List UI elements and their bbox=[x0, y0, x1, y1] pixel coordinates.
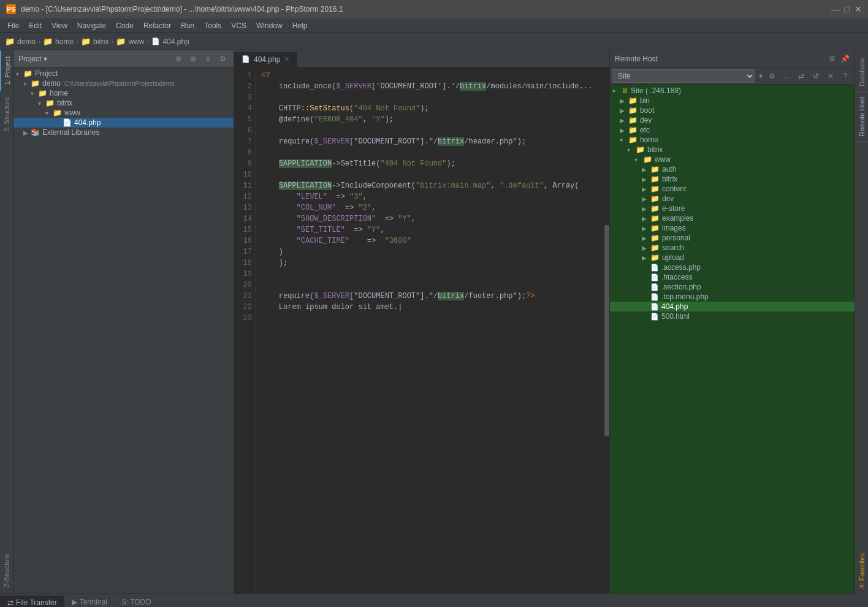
tree-item-label: home bbox=[50, 89, 68, 97]
folder-icon: 📁 bbox=[628, 136, 638, 144]
project-action-add[interactable]: ⊕ bbox=[187, 53, 199, 65]
remote-item-home-bitrix[interactable]: ▾ 📁 bitrix bbox=[610, 145, 855, 155]
remote-item-personal[interactable]: ▶ 📁 personal bbox=[610, 233, 855, 243]
expand-icon: ▶ bbox=[642, 176, 650, 183]
menu-file[interactable]: File bbox=[2, 20, 24, 31]
remote-item-site[interactable]: ▾ 🖥 Site ( .246.188) bbox=[610, 86, 855, 96]
left-tab-zstructure[interactable]: Z-Structure bbox=[1, 548, 13, 594]
remote-item-etc[interactable]: ▶ 📁 etc bbox=[610, 125, 855, 135]
bottom-tab-file-transfer[interactable]: ⇄ File Transfer bbox=[0, 595, 64, 607]
remote-item-section-php[interactable]: 📄 .section.php bbox=[610, 282, 855, 292]
remote-more-btn[interactable]: … bbox=[780, 69, 793, 83]
remote-item-label: bin bbox=[640, 96, 650, 105]
folder-icon: 📁 bbox=[650, 234, 660, 242]
left-tab-structure[interactable]: 2: Structure bbox=[1, 91, 13, 138]
editor-area: 📄 404.php ✕ 12345 678910 1112131415 1617… bbox=[234, 50, 609, 594]
breadcrumb-home[interactable]: 📁 home bbox=[43, 37, 74, 46]
right-tab-favorites[interactable]: 4: Favorites bbox=[856, 548, 868, 594]
window-controls[interactable]: — □ ✕ bbox=[831, 4, 862, 14]
code-content[interactable]: <? include_once($_SERVER['DOCUMENT_ROOT'… bbox=[256, 67, 604, 594]
remote-item-bin[interactable]: ▶ 📁 bin bbox=[610, 96, 855, 105]
remote-item-estore[interactable]: ▶ 📁 e-store bbox=[610, 204, 855, 213]
breadcrumb-sep3: › bbox=[111, 37, 113, 46]
breadcrumb-bitrix[interactable]: 📁 bitrix bbox=[81, 37, 108, 46]
tree-item-home[interactable]: ▾ 📁 home bbox=[13, 88, 234, 98]
project-action-settings[interactable]: ⚙ bbox=[216, 53, 229, 65]
remote-sync-btn[interactable]: ⇄ bbox=[794, 69, 808, 83]
remote-item-home[interactable]: ▾ 📁 home bbox=[610, 135, 855, 145]
remote-item-404php[interactable]: 📄 404.php bbox=[610, 302, 855, 311]
menu-vcs[interactable]: VCS bbox=[226, 20, 251, 31]
project-action-new[interactable]: ⊕ bbox=[172, 53, 185, 65]
right-tab-database[interactable]: Database bbox=[856, 53, 868, 92]
terminal-icon: ▶ bbox=[72, 598, 77, 606]
project-action-collapse[interactable]: ≡ bbox=[202, 53, 214, 65]
maximize-button[interactable]: □ bbox=[845, 4, 850, 14]
menu-edit[interactable]: Edit bbox=[24, 20, 47, 31]
close-button[interactable]: ✕ bbox=[855, 4, 862, 14]
remote-item-search[interactable]: ▶ 📁 search bbox=[610, 243, 855, 253]
remote-item-label: personal bbox=[662, 234, 690, 242]
remote-item-auth[interactable]: ▶ 📁 auth bbox=[610, 164, 855, 174]
remote-item-content[interactable]: ▶ 📁 content bbox=[610, 184, 855, 194]
remote-item-bitrix-sub[interactable]: ▶ 📁 bitrix bbox=[610, 174, 855, 184]
menu-navigate[interactable]: Navigate bbox=[72, 20, 111, 31]
remote-pin-btn[interactable]: 📌 bbox=[840, 55, 850, 63]
remote-item-dev-sub[interactable]: ▶ 📁 dev bbox=[610, 194, 855, 204]
remote-item-label: boot bbox=[640, 106, 654, 115]
html-file-icon: 📄 bbox=[650, 313, 659, 321]
remote-item-images[interactable]: ▶ 📁 images bbox=[610, 223, 855, 233]
menu-tools[interactable]: Tools bbox=[199, 20, 226, 31]
tree-item-external-libs[interactable]: ▶ 📚 External Libraries bbox=[13, 128, 234, 137]
breadcrumb-file[interactable]: 📄 404.php bbox=[151, 37, 189, 46]
remote-item-500html[interactable]: 📄 500.html bbox=[610, 311, 855, 321]
left-tab-project[interactable]: 1: Project bbox=[0, 50, 13, 91]
remote-item-access-php[interactable]: 📄 .access.php bbox=[610, 262, 855, 272]
remote-item-home-bitrix-www[interactable]: ▾ 📁 www bbox=[610, 155, 855, 164]
expand-icon: ▾ bbox=[45, 110, 53, 116]
menu-window[interactable]: Window bbox=[251, 20, 287, 31]
remote-settings-btn[interactable]: ⚙ bbox=[829, 55, 836, 63]
remote-dropdown-arrow[interactable]: ▾ bbox=[759, 72, 763, 80]
remote-settings-btn2[interactable]: ⚙ bbox=[765, 69, 779, 83]
tab-404php[interactable]: 📄 404.php ✕ bbox=[234, 51, 297, 67]
file-icon: 📄 bbox=[650, 273, 659, 281]
right-tab-remote-host[interactable]: Remote Host bbox=[856, 92, 868, 142]
menu-refactor[interactable]: Refactor bbox=[139, 20, 176, 31]
tree-item-bitrix[interactable]: ▾ 📁 bitrix bbox=[13, 98, 234, 108]
tab-label: File Transfer bbox=[16, 598, 57, 607]
remote-refresh-btn[interactable]: ↺ bbox=[809, 69, 823, 83]
remote-close-btn[interactable]: ✕ bbox=[824, 69, 837, 83]
minimize-button[interactable]: — bbox=[831, 4, 840, 14]
breadcrumb-www[interactable]: 📁 www bbox=[116, 37, 144, 46]
tree-item-www[interactable]: ▾ 📁 www bbox=[13, 108, 234, 118]
tree-item-404php[interactable]: 📄 404.php bbox=[13, 118, 234, 128]
php-file-icon: 📄 bbox=[650, 303, 659, 311]
tree-item-label: demo bbox=[42, 79, 61, 88]
code-editor[interactable]: 12345 678910 1112131415 1617181920 21222… bbox=[234, 67, 609, 594]
menu-view[interactable]: View bbox=[47, 20, 72, 31]
folder-icon: 📁 bbox=[650, 243, 660, 252]
remote-item-examples[interactable]: ▶ 📁 examples bbox=[610, 213, 855, 223]
bottom-tab-todo[interactable]: 6: TODO bbox=[115, 595, 159, 607]
tab-close-button[interactable]: ✕ bbox=[284, 55, 289, 63]
remote-item-boot[interactable]: ▶ 📁 boot bbox=[610, 105, 855, 115]
menu-run[interactable]: Run bbox=[176, 20, 199, 31]
file-tree: ▾ 📁 Project ▾ 📁 demo C:\Users\zavvla\Php… bbox=[13, 67, 234, 594]
tree-item-demo[interactable]: ▾ 📁 demo C:\Users\zavvla\PhpstormProject… bbox=[13, 78, 234, 88]
remote-site-select[interactable]: Site bbox=[612, 69, 755, 83]
folder-icon: 📁 bbox=[650, 253, 660, 262]
remote-item-htaccess[interactable]: 📄 .htaccess bbox=[610, 272, 855, 282]
expand-icon: ▶ bbox=[642, 196, 650, 202]
remote-item-label: www bbox=[655, 155, 671, 164]
tree-item-project[interactable]: ▾ 📁 Project bbox=[13, 69, 234, 78]
bottom-tab-terminal[interactable]: ▶ Terminal bbox=[64, 595, 115, 607]
remote-item-dev[interactable]: ▶ 📁 dev bbox=[610, 115, 855, 125]
remote-help-btn[interactable]: ? bbox=[839, 69, 852, 83]
remote-item-top-menu-php[interactable]: 📄 .top.menu.php bbox=[610, 292, 855, 302]
menu-help[interactable]: Help bbox=[287, 20, 313, 31]
project-dropdown[interactable]: Project ▾ bbox=[18, 55, 47, 63]
remote-item-upload[interactable]: ▶ 📁 upload bbox=[610, 253, 855, 262]
breadcrumb-demo[interactable]: 📁 demo bbox=[5, 37, 36, 46]
menu-code[interactable]: Code bbox=[111, 20, 139, 31]
